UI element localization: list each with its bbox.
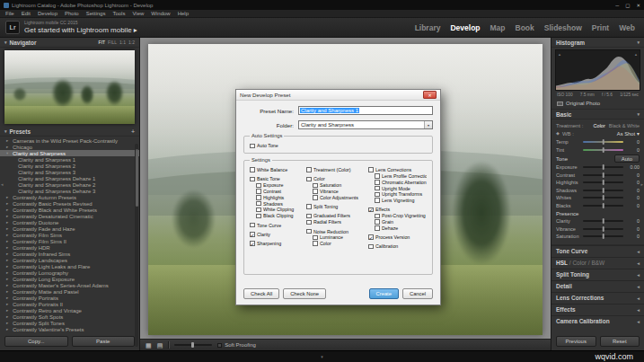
module-tab-library[interactable]: Library xyxy=(415,23,441,32)
slider-track[interactable] xyxy=(583,190,623,191)
preset-folder-contrastly-split-tones[interactable]: ▸Contrastly Split Tones xyxy=(0,320,139,326)
panel-header-hsl-color-b-w[interactable]: HSL / Color / B&W◂ xyxy=(551,257,644,269)
checkbox-luminance[interactable]: Luminance xyxy=(313,234,364,241)
navigator-preview[interactable] xyxy=(0,48,139,127)
menu-file[interactable]: File xyxy=(5,11,14,16)
module-tab-develop[interactable]: Develop xyxy=(450,23,480,32)
module-tab-print[interactable]: Print xyxy=(592,23,609,32)
preset-folder-contrastly-autumn-presets[interactable]: ▸Contrastly Autumn Presets xyxy=(0,194,139,200)
shadow-clipping-icon[interactable]: ▲ xyxy=(558,52,561,57)
preset-folder-contrastly-soft-spots[interactable]: ▸Contrastly Soft Spots xyxy=(0,313,139,320)
slider-thumb[interactable] xyxy=(602,172,604,178)
slider-track[interactable] xyxy=(583,205,623,207)
module-tab-book[interactable]: Book xyxy=(516,23,534,32)
presets-header[interactable]: ▾ Presets + xyxy=(0,127,139,137)
dialog-close-icon[interactable]: ✕ xyxy=(423,91,437,99)
preset-folder-contrastly-film-sims[interactable]: ▸Contrastly Film Sims xyxy=(0,232,139,238)
checkbox-calibration[interactable]: Calibration xyxy=(368,243,427,250)
slider-thumb[interactable] xyxy=(602,147,604,153)
checkbox-radial-filters[interactable]: Radial Filters xyxy=(306,219,364,225)
preset-name-input[interactable]: Clarity and Sharpness 1 xyxy=(298,106,433,115)
soft-proofing-checkbox[interactable] xyxy=(217,343,222,348)
checkbox-exposure[interactable]: Exposure xyxy=(256,182,302,189)
menu-tools[interactable]: Tools xyxy=(112,11,125,16)
dialog-titlebar[interactable]: New Develop Preset ✕ xyxy=(236,90,440,101)
checkbox-lens-vignetting[interactable]: Lens Vignetting xyxy=(375,198,427,204)
module-tab-map[interactable]: Map xyxy=(490,23,506,32)
preset-folder-contrastly-retro-and-vintage[interactable]: ▸Contrastly Retro and Vintage xyxy=(0,307,139,313)
zoom-option-1-2[interactable]: 1:2 xyxy=(128,40,135,45)
folder-dropdown[interactable]: Clarity and Sharpness ▾ xyxy=(298,120,433,129)
checkbox-noise-reduction[interactable]: Noise Reduction xyxy=(306,228,364,234)
preset-folder-cameras-in-the-wild-preset-pack-contrastly[interactable]: ▸Cameras in the Wild Preset Pack-Contras… xyxy=(0,137,139,144)
grid-view-icon[interactable]: ▦ xyxy=(146,342,152,349)
preset-folder-contrastly-matte-and-pastel[interactable]: ▸Contrastly Matte and Pastel xyxy=(0,288,139,295)
preset-folder-contrastly-black-and-white-presets[interactable]: ▸Contrastly Black and White Presets xyxy=(0,207,139,213)
preset-folder-contrastly-fade-and-haze[interactable]: ▸Contrastly Fade and Haze xyxy=(0,225,139,232)
slider-thumb[interactable] xyxy=(602,234,604,239)
checkbox-effects[interactable]: Effects xyxy=(368,207,427,213)
checkbox-color[interactable]: Color xyxy=(313,241,364,247)
checkbox-tone-curve[interactable]: Tone Curve xyxy=(250,222,302,228)
preset-item-clarity-and-sharpness-2[interactable]: Clarity and Sharpness 2 xyxy=(0,163,139,169)
checkbox-vibrance[interactable]: Vibrance xyxy=(313,189,364,195)
slider-track[interactable] xyxy=(583,141,623,143)
left-panel-scrollbar[interactable] xyxy=(135,144,138,347)
loupe-view-icon[interactable]: ▤ xyxy=(157,342,163,349)
preset-folder-contrastly-light-leaks-and-flare[interactable]: ▸Contrastly Light Leaks and Flare xyxy=(0,263,139,269)
panel-header-camera-calibration[interactable]: Camera Calibration◂ xyxy=(551,315,644,327)
check-none-button[interactable]: Check None xyxy=(283,288,326,299)
slider-thumb[interactable] xyxy=(602,218,604,224)
create-button[interactable]: Create xyxy=(369,288,399,299)
checkbox-chromatic-aberration[interactable]: Chromatic Aberration xyxy=(375,179,427,185)
wb-preset-selector[interactable]: As Shot ▾ xyxy=(617,131,640,137)
menu-help[interactable]: Help xyxy=(178,11,189,16)
slider-track[interactable] xyxy=(583,174,623,176)
preset-item-clarity-and-sharpness-1[interactable]: Clarity and Sharpness 1 xyxy=(0,156,139,163)
preset-folder-contrastly-infrared-sims[interactable]: ▸Contrastly Infrared Sims xyxy=(0,251,139,257)
preset-item-clarity-and-sharpness-3[interactable]: Clarity and Sharpness 3 xyxy=(0,169,139,175)
slider-thumb[interactable] xyxy=(602,195,604,200)
menu-edit[interactable]: Edit xyxy=(22,11,31,16)
slider-track[interactable] xyxy=(583,166,623,168)
slider-track[interactable] xyxy=(583,181,623,183)
preset-folder-contrastly-lomography[interactable]: ▸Contrastly Lomography xyxy=(0,269,139,276)
slider-track[interactable] xyxy=(583,228,623,230)
minimize-icon[interactable]: ─ xyxy=(615,3,619,8)
slider-thumb[interactable] xyxy=(602,226,604,232)
right-panel-collapse-icon[interactable]: ▸ xyxy=(640,181,643,187)
scrollbar-thumb[interactable] xyxy=(136,149,138,207)
panel-header-split-toning[interactable]: Split Toning◂ xyxy=(551,269,644,280)
preset-folder-contrastly-duotone[interactable]: ▸Contrastly Duotone xyxy=(0,219,139,225)
menu-settings[interactable]: Settings xyxy=(86,11,106,16)
checkbox-black-clipping[interactable]: Black Clipping xyxy=(256,213,302,219)
slider-thumb[interactable] xyxy=(602,139,604,145)
preset-folder-contrastly-valentine-s-presets[interactable]: ▸Contrastly Valentine's Presets xyxy=(0,326,139,332)
soft-proofing-toggle[interactable]: Soft Proofing xyxy=(217,342,256,348)
white-balance-eyedropper-icon[interactable]: ⌖ xyxy=(556,130,560,137)
checkbox-post-crop-vignetting[interactable]: Post-Crop Vignetting xyxy=(375,213,427,219)
copy-button[interactable]: Copy... xyxy=(4,336,68,347)
treatment-option-black-white[interactable]: Black & White xyxy=(609,123,640,128)
preset-folder-contrastly-long-exposure[interactable]: ▸Contrastly Long Exposure xyxy=(0,276,139,282)
preset-folder-contrastly-film-sims-ii[interactable]: ▸Contrastly Film Sims II xyxy=(0,238,139,244)
treatment-option-color[interactable]: Color xyxy=(594,123,605,128)
preset-folder-chicago[interactable]: ▸Chicago xyxy=(0,144,139,150)
checkbox-color-adjustments[interactable]: Color Adjustments xyxy=(313,194,364,200)
slider-thumb[interactable] xyxy=(602,188,604,193)
preset-folder-contrastly-desaturated-cinematic[interactable]: ▸Contrastly Desaturated Cinematic xyxy=(0,213,139,219)
checkbox-highlights[interactable]: Highlights xyxy=(256,194,302,200)
menu-view[interactable]: View xyxy=(132,11,144,16)
reset-button[interactable]: Reset xyxy=(600,336,640,347)
module-tab-web[interactable]: Web xyxy=(619,23,635,32)
preset-item-clarity-and-sharpness-dehaze-3[interactable]: Clarity and Sharpness Dehaze 3 xyxy=(0,188,139,194)
basic-panel-header[interactable]: Basic ▾ xyxy=(551,110,644,119)
slider-thumb[interactable] xyxy=(602,180,604,185)
checkbox-shadows[interactable]: Shadows xyxy=(256,200,302,207)
zoom-option-fit[interactable]: FIT xyxy=(99,40,106,45)
preset-folder-contrastly-basic-presets-revised[interactable]: ▸Contrastly Basic Presets Revised xyxy=(0,200,139,207)
check-all-button[interactable]: Check All xyxy=(243,288,279,299)
preset-item-clarity-and-sharpness-dehaze-2[interactable]: Clarity and Sharpness Dehaze 2 xyxy=(0,181,139,188)
checkbox-dehaze[interactable]: Dehaze xyxy=(375,225,427,231)
cancel-button[interactable]: Cancel xyxy=(402,288,433,299)
